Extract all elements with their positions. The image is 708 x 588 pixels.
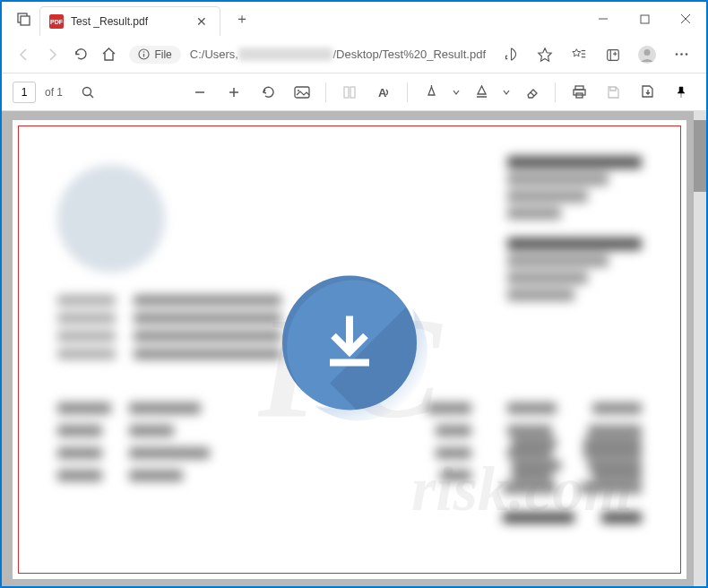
svg-line-22	[91, 94, 94, 98]
pdf-icon: PDF	[49, 14, 64, 29]
browser-window: PDF Test _Result.pdf ✕ ＋ File C:/Users, …	[0, 0, 708, 588]
page-view-button[interactable]	[335, 78, 364, 107]
read-aloud-button[interactable]	[495, 40, 527, 69]
pdf-viewport: PC risk.com	[2, 111, 706, 586]
highlight-button[interactable]	[467, 78, 496, 107]
minimize-button[interactable]	[583, 5, 624, 32]
close-button[interactable]	[665, 5, 706, 32]
svg-rect-3	[641, 15, 649, 23]
tab-title: Test _Result.pdf	[71, 15, 148, 28]
scrollbar[interactable]	[694, 111, 706, 586]
forward-button[interactable]	[39, 40, 66, 69]
new-tab-button[interactable]: ＋	[228, 6, 256, 32]
highlight-dropdown[interactable]	[501, 78, 512, 107]
page-number-input[interactable]	[13, 82, 36, 103]
info-icon	[138, 48, 150, 60]
back-button[interactable]	[11, 40, 38, 69]
svg-rect-28	[344, 87, 349, 98]
find-button[interactable]	[73, 78, 102, 107]
zoom-in-button[interactable]	[220, 78, 248, 107]
tab-actions-button[interactable]	[9, 5, 39, 32]
svg-point-27	[298, 90, 299, 91]
svg-line-32	[531, 92, 534, 96]
refresh-button[interactable]	[67, 40, 94, 69]
titlebar: PDF Test _Result.pdf ✕ ＋	[2, 2, 706, 36]
draw-button[interactable]	[417, 78, 445, 107]
file-indicator[interactable]: File	[129, 46, 180, 64]
pdf-toolbar: of 1 A	[2, 74, 706, 111]
profile-button[interactable]	[631, 40, 663, 69]
svg-rect-12	[608, 49, 619, 60]
favorites-bar-button[interactable]	[563, 40, 595, 69]
print-button[interactable]	[565, 78, 593, 107]
svg-point-21	[83, 87, 91, 95]
svg-rect-34	[574, 90, 585, 95]
svg-point-19	[680, 53, 683, 56]
svg-point-8	[143, 51, 145, 53]
svg-rect-29	[350, 87, 355, 98]
svg-point-18	[675, 53, 678, 56]
pin-toolbar-button[interactable]	[667, 78, 695, 107]
svg-point-20	[685, 53, 687, 56]
collections-button[interactable]	[597, 40, 629, 69]
draw-dropdown[interactable]	[451, 78, 462, 107]
path-prefix: C:/Users,	[190, 48, 238, 61]
page-count-label: of 1	[45, 86, 63, 99]
home-button[interactable]	[96, 40, 123, 69]
erase-button[interactable]	[517, 78, 546, 107]
download-icon[interactable]	[282, 276, 417, 411]
navbar: File C:/Users, xxxxxxxxxxxxxxx /Desktop/…	[2, 36, 706, 74]
path-redacted: xxxxxxxxxxxxxxx	[238, 48, 333, 61]
scrollbar-thumb[interactable]	[694, 120, 706, 192]
menu-button[interactable]	[665, 40, 697, 69]
svg-rect-1	[21, 16, 30, 25]
address-bar[interactable]: C:/Users, xxxxxxxxxxxxxxx /Desktop/Test%…	[183, 48, 493, 61]
path-suffix: /Desktop/Test%20_Result.pdf	[332, 48, 486, 61]
file-label: File	[154, 48, 171, 61]
save-button[interactable]	[599, 78, 627, 107]
zoom-out-button[interactable]	[186, 78, 214, 107]
rotate-button[interactable]	[254, 78, 282, 107]
maximize-button[interactable]	[624, 5, 665, 32]
pdf-page[interactable]: PC risk.com	[13, 120, 686, 579]
read-aloud-pdf-button[interactable]: A	[369, 78, 398, 107]
svg-text:A: A	[378, 86, 387, 99]
favorites-button[interactable]	[529, 40, 561, 69]
svg-point-17	[644, 49, 651, 56]
browser-tab[interactable]: PDF Test _Result.pdf ✕	[39, 6, 220, 36]
fit-page-button[interactable]	[288, 78, 316, 107]
window-controls	[583, 5, 706, 32]
tab-close-button[interactable]: ✕	[193, 13, 211, 30]
save-as-button[interactable]	[633, 78, 661, 107]
